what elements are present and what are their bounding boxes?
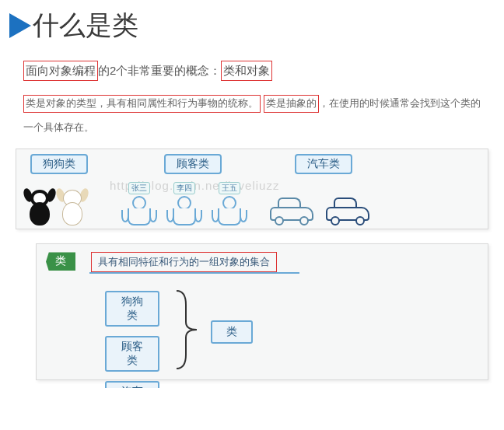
intro-line: 面向对象编程的2个非常重要的概念：类和对象 xyxy=(0,58,504,83)
triangle-bullet-icon xyxy=(9,13,31,38)
illustration-class-definition: 类 具有相同特征和行为的一组对象的集合 狗狗类 顾客类 汽车类 类 xyxy=(36,243,488,380)
person-icon: 李四 xyxy=(167,182,201,225)
label-customer-class: 顾客类 xyxy=(164,154,222,174)
intro-middle: 的2个非常重要的概念： xyxy=(98,64,221,77)
category-labels-row: 狗狗类 顾客类 汽车类 xyxy=(16,154,488,174)
description-line: 类是对象的类型，具有相同属性和行为事物的统称。 类是抽象的，在使用的时候通常会找… xyxy=(0,91,504,139)
highlight-oop: 面向对象编程 xyxy=(23,61,98,81)
label-car-class: 汽车类 xyxy=(295,154,352,174)
persons-group: 张三 李四 王五 xyxy=(122,182,247,225)
highlight-def2: 类是抽象的 xyxy=(264,95,319,113)
curly-brace-icon xyxy=(173,289,201,370)
class-list-column: 狗狗类 顾客类 汽车类 xyxy=(105,291,159,388)
person-name: 李四 xyxy=(173,182,195,194)
page-header: 什么是类 xyxy=(0,8,504,44)
person-name: 王五 xyxy=(219,182,240,194)
highlight-def1: 类是对象的类型，具有相同属性和行为事物的统称。 xyxy=(23,95,261,113)
label-dog-class: 狗狗类 xyxy=(30,154,88,174)
list-item: 狗狗类 xyxy=(105,291,159,327)
car-icon xyxy=(326,199,369,225)
person-icon: 张三 xyxy=(122,182,156,225)
class-group-label: 类 xyxy=(211,320,253,344)
class-definition-box: 具有相同特征和行为的一组对象的集合 xyxy=(91,252,277,272)
page-title: 什么是类 xyxy=(33,8,138,44)
dog-white-icon xyxy=(58,190,86,225)
list-item: 顾客类 xyxy=(105,336,159,372)
figures-row: 张三 李四 王五 xyxy=(16,182,488,225)
highlight-class-object: 类和对象 xyxy=(221,61,272,81)
person-name: 张三 xyxy=(128,182,150,194)
person-icon: 王五 xyxy=(212,182,247,225)
illustration-examples: 狗狗类 顾客类 汽车类 http://plog.csdn.net/loveliu… xyxy=(16,149,488,229)
definition-underline xyxy=(89,272,299,274)
list-item: 汽车类 xyxy=(105,381,159,388)
car-icon xyxy=(270,199,313,225)
dog-black-icon xyxy=(26,190,54,225)
class-tag: 类 xyxy=(46,252,75,271)
cars-group xyxy=(270,199,369,225)
